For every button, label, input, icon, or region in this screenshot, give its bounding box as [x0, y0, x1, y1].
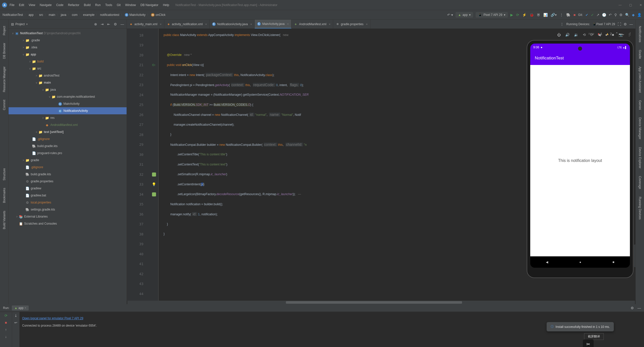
debug-button[interactable]: 🐞	[529, 13, 534, 17]
git-history-icon[interactable]: 🕐	[602, 13, 606, 17]
account-icon[interactable]: 👤	[637, 13, 641, 17]
run-scroll-icon[interactable]: ⤓	[14, 314, 17, 318]
tree-item[interactable]: ◆AndroidManifest.xml	[9, 121, 127, 128]
tree-gear-icon[interactable]: ⚙	[114, 22, 117, 26]
tree-item[interactable]: 🐘build.gradle.kts	[9, 143, 127, 150]
emu-nav-back-icon[interactable]: ◀	[546, 260, 548, 264]
emulator-screen[interactable]: 9:06 ● LTE ▲▌ NotificationTest This is n…	[530, 44, 630, 268]
tree-item[interactable]: >📁.gradle	[9, 37, 127, 44]
menu-refactor[interactable]: Refactor	[68, 3, 79, 7]
emu-settings-icon[interactable]: ⚙	[624, 22, 627, 26]
emu-zoom-fit[interactable]: ⛶	[635, 262, 635, 266]
run-stop-icon[interactable]: ■	[5, 321, 7, 325]
tree-item[interactable]: ⚙gradle.properties	[9, 178, 127, 185]
crop-tool-icon[interactable]: ✂	[583, 339, 594, 347]
menu-dbnav[interactable]: DB Navigator	[140, 3, 158, 7]
run-up-icon[interactable]: ↑	[5, 328, 7, 332]
expand-icon[interactable]: ⇥	[101, 22, 104, 26]
locate-icon[interactable]: ⊕	[94, 22, 97, 26]
crumb-pkg[interactable]: notificationtest	[100, 13, 119, 17]
tool-gemini[interactable]: Gemini	[638, 99, 642, 111]
emu-nav-home-icon[interactable]: ●	[579, 260, 581, 264]
emu-power-icon[interactable]: ⏻	[557, 33, 561, 37]
tool-coverage[interactable]: Coverage	[638, 175, 642, 190]
back-icon[interactable]: ↶ ▾	[447, 13, 453, 17]
tree-item[interactable]: 📋Scratches and Consoles	[9, 220, 127, 227]
minimize-button[interactable]: —	[619, 3, 622, 7]
emu-hide-icon[interactable]: —	[629, 22, 633, 26]
search-all-icon[interactable]: 🔍	[625, 13, 629, 17]
tool-build-variants[interactable]: Build Variants	[2, 210, 7, 230]
tool-db-browser[interactable]: DB Browser	[2, 42, 7, 60]
more-tabs-icon[interactable]: ⋮	[560, 22, 564, 26]
run-down-icon[interactable]: ↓	[5, 335, 7, 339]
crumb-main[interactable]: main	[49, 13, 55, 17]
tree-item[interactable]: >📁build	[9, 58, 127, 65]
tree-item[interactable]: CMainActivity	[9, 100, 127, 107]
tree-item[interactable]: >📁androidTest	[9, 72, 127, 79]
attach-debug-icon[interactable]: 🔗▾	[551, 13, 557, 17]
tree-item[interactable]: >📁.idea	[9, 44, 127, 51]
running-device-dropdown[interactable]: 📱Pixel 7 API 29	[592, 22, 615, 26]
tree-item[interactable]: >📚External Libraries	[9, 213, 127, 220]
banner-more-icon[interactable]: ⋮	[628, 32, 632, 36]
editor-tab[interactable]: CMainActivity.java×	[255, 20, 291, 28]
menu-git[interactable]: Git	[117, 3, 121, 7]
maximize-button[interactable]: ▢	[629, 3, 632, 7]
menu-build[interactable]: Build	[84, 3, 91, 7]
crumb-method[interactable]: monClick	[151, 13, 165, 17]
tree-root[interactable]: v▣ NotificationTest D:\project\android-p…	[9, 30, 127, 37]
editor-tab[interactable]: ⚙gradle.properties×	[333, 20, 370, 28]
gear-icon[interactable]: ⚙	[619, 13, 623, 17]
crumb-com[interactable]: com	[72, 13, 78, 17]
run-tab-app[interactable]: ▲app×	[12, 305, 29, 310]
tool-applinks[interactable]: App Links Assistant	[638, 65, 642, 94]
screenshot-translate-popup[interactable]: 截屏翻译	[584, 333, 604, 340]
tree-item[interactable]: 📄proguard-rules.pro	[9, 150, 127, 157]
tree-item[interactable]: 📄gradlew.bat	[9, 192, 127, 199]
run-hide-icon[interactable]: —	[637, 306, 641, 310]
hide-panel-icon[interactable]: —	[121, 22, 124, 26]
run-wrap-icon[interactable]: ↩	[14, 321, 17, 325]
close-button[interactable]: ✕	[639, 3, 642, 7]
tree-item[interactable]: CNotificationActivity	[9, 107, 127, 114]
project-tree[interactable]: v▣ NotificationTest D:\project\android-p…	[9, 29, 127, 304]
tool-structure[interactable]: Structure	[2, 167, 7, 182]
git-push-icon[interactable]: ↗	[596, 13, 599, 17]
menu-navigate[interactable]: Navigate	[40, 3, 52, 7]
breadcrumb[interactable]: NotificationTest〉 app〉 src〉 main〉 java〉 …	[3, 13, 166, 17]
menu-code[interactable]: Code	[56, 3, 63, 7]
device-dropdown[interactable]: 📱Pixel 7 API 29▾	[476, 12, 508, 18]
crumb-class[interactable]: CMainActivity	[125, 13, 145, 17]
emu-zoom-in[interactable]: +	[635, 246, 635, 249]
editor-tab[interactable]: ◆activity_main.xml×	[127, 20, 164, 28]
tree-item[interactable]: v📁app	[9, 51, 127, 58]
tool-device-explorer[interactable]: Device Explorer	[638, 146, 642, 170]
tool-notifications[interactable]: Notifications	[638, 25, 642, 44]
logcat-link[interactable]: Open logcat panel for emulator Pixel 7 A…	[22, 317, 83, 320]
tree-item[interactable]: v📁main	[9, 79, 127, 86]
menu-run[interactable]: Run	[95, 3, 101, 7]
tool-running-devices[interactable]: Running Devices	[638, 195, 642, 221]
search-icon[interactable]: ⚲	[614, 13, 617, 17]
assistant-icon[interactable]: ◆	[632, 13, 635, 17]
collapse-icon[interactable]: ⇤	[107, 22, 110, 26]
rerun-icon[interactable]: ⟳	[516, 13, 519, 17]
tool-bookmarks[interactable]: Bookmarks	[2, 187, 7, 204]
emu-zoom-11[interactable]: 1:1	[635, 257, 635, 260]
code-inspection-banner[interactable]: new ● 1 ▲ 2 ⌃ ⌄ ⋮	[585, 29, 635, 39]
scroll-down-icon[interactable]: ⌄	[622, 32, 625, 36]
editor-tab[interactable]: ◆activity_notification.xml×	[164, 20, 210, 28]
menu-file[interactable]: File	[10, 3, 14, 7]
tool-commit[interactable]: Commit	[2, 98, 7, 111]
tree-item[interactable]: >📁res	[9, 114, 127, 121]
tree-item[interactable]: 📄gradlew	[9, 185, 127, 192]
run-gear-icon[interactable]: ⚙	[631, 306, 634, 310]
profile-button[interactable]: 📊	[543, 13, 548, 17]
git-update-icon[interactable]: ✔	[585, 13, 588, 17]
git-rollback-icon[interactable]: ↶	[609, 13, 612, 17]
crumb-src[interactable]: src	[39, 13, 43, 17]
emu-gear-icon[interactable]: ⛶	[618, 22, 621, 26]
tree-item[interactable]: ⚙local.properties	[9, 199, 127, 206]
run-rerun-icon[interactable]: ⟳	[5, 314, 8, 318]
